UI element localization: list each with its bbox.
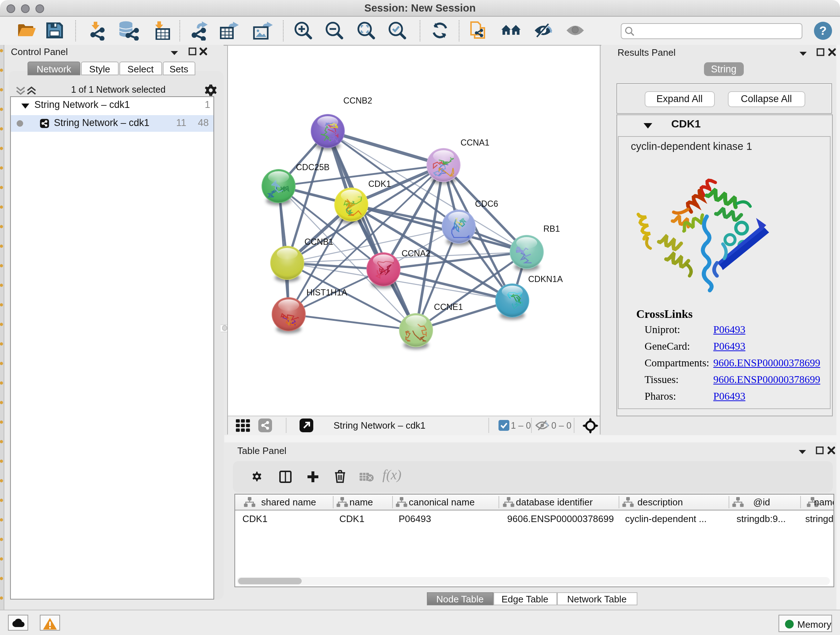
svg-text:CCNA2: CCNA2: [401, 249, 431, 258]
svg-text:CCNA1: CCNA1: [461, 138, 489, 147]
svg-text:CDC6: CDC6: [475, 199, 498, 209]
svg-text:CDKN1A: CDKN1A: [528, 274, 563, 284]
svg-text:RB1: RB1: [543, 224, 560, 233]
svg-text:HIST1H1A: HIST1H1A: [306, 288, 347, 297]
svg-text:CCNE1: CCNE1: [434, 302, 463, 312]
svg-text:CDK1: CDK1: [368, 179, 391, 188]
svg-text:CDC25B: CDC25B: [296, 163, 330, 172]
svg-text:CCNB2: CCNB2: [343, 96, 372, 105]
svg-text:CCNB1: CCNB1: [305, 237, 333, 247]
